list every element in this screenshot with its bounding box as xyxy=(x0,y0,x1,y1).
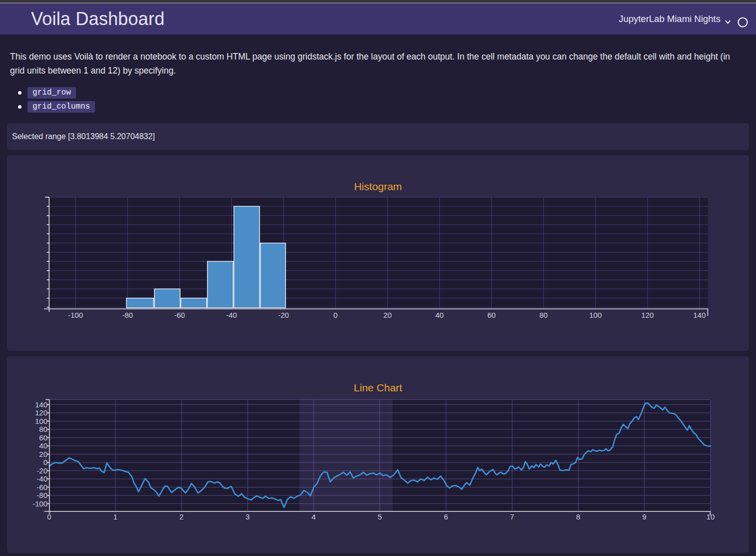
svg-text:20: 20 xyxy=(384,311,392,319)
svg-text:140: 140 xyxy=(693,311,706,319)
svg-text:-20: -20 xyxy=(36,466,48,475)
svg-text:-40: -40 xyxy=(36,474,48,483)
svg-text:-40: -40 xyxy=(226,311,237,319)
svg-text:0: 0 xyxy=(47,512,51,521)
svg-text:100: 100 xyxy=(35,417,48,425)
svg-text:80: 80 xyxy=(39,425,48,433)
svg-text:40: 40 xyxy=(436,311,444,319)
svg-text:-60: -60 xyxy=(36,483,48,491)
svg-text:Line Chart: Line Chart xyxy=(354,382,402,393)
svg-text:4: 4 xyxy=(312,512,316,521)
svg-text:-100: -100 xyxy=(32,499,48,508)
svg-text:1: 1 xyxy=(114,512,118,521)
svg-text:0: 0 xyxy=(334,311,338,319)
svg-text:5: 5 xyxy=(378,512,382,521)
svg-text:60: 60 xyxy=(39,433,48,442)
svg-text:2: 2 xyxy=(180,512,184,521)
svg-text:140: 140 xyxy=(35,400,48,409)
svg-text:-20: -20 xyxy=(278,311,289,319)
svg-text:8: 8 xyxy=(576,512,580,521)
svg-text:100: 100 xyxy=(589,311,602,319)
svg-text:20: 20 xyxy=(39,450,48,458)
svg-text:3: 3 xyxy=(246,512,250,521)
svg-text:7: 7 xyxy=(510,512,514,521)
svg-text:80: 80 xyxy=(540,311,548,319)
svg-text:-60: -60 xyxy=(174,311,185,319)
svg-text:6: 6 xyxy=(444,512,448,521)
svg-text:40: 40 xyxy=(39,441,48,450)
svg-text:-80: -80 xyxy=(36,491,48,499)
svg-text:120: 120 xyxy=(641,311,654,319)
svg-text:0: 0 xyxy=(44,458,48,466)
svg-text:10: 10 xyxy=(706,512,715,521)
svg-text:120: 120 xyxy=(35,408,48,417)
svg-text:-100: -100 xyxy=(68,311,83,319)
svg-text:9: 9 xyxy=(642,512,646,521)
svg-text:60: 60 xyxy=(488,311,496,319)
svg-text:-80: -80 xyxy=(122,311,133,319)
svg-text:Histogram: Histogram xyxy=(354,181,402,192)
